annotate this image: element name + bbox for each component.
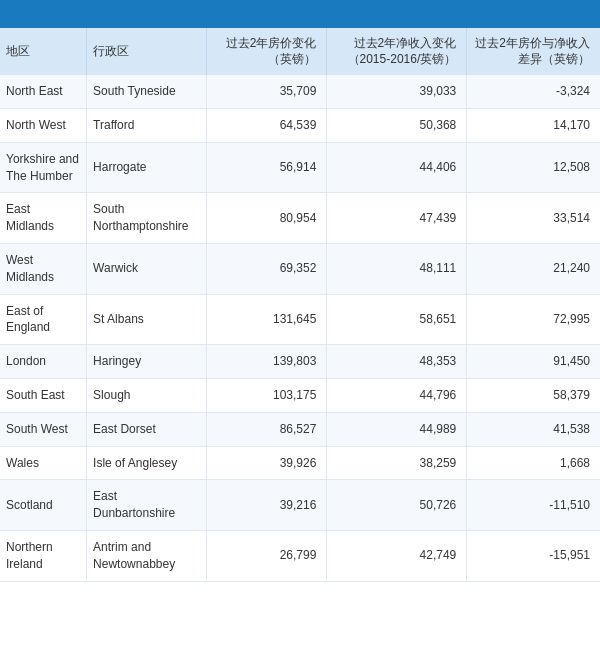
table-row: North EastSouth Tyneside35,70939,033-3,3… [0,75,600,108]
cell-region: South West [0,412,87,446]
header [0,0,600,28]
col-header-price_change: 过去2年房价变化（英镑） [207,28,327,75]
cell-admin: South Northamptonshire [87,193,207,244]
cell-admin: Trafford [87,108,207,142]
table-row: ScotlandEast Dunbartonshire39,21650,726-… [0,480,600,531]
cell-admin: South Tyneside [87,75,207,108]
cell-price_change: 103,175 [207,378,327,412]
cell-difference: 58,379 [467,378,600,412]
cell-region: West Midlands [0,243,87,294]
cell-admin: Warwick [87,243,207,294]
cell-income_change: 42,749 [327,530,467,581]
cell-admin: Harrogate [87,142,207,193]
cell-income_change: 44,796 [327,378,467,412]
table-row: Northern IrelandAntrim and Newtownabbey2… [0,530,600,581]
cell-region: South East [0,378,87,412]
col-header-admin: 行政区 [87,28,207,75]
table-row: East MidlandsSouth Northamptonshire80,95… [0,193,600,244]
cell-income_change: 44,989 [327,412,467,446]
cell-difference: 33,514 [467,193,600,244]
table-container: 地区行政区过去2年房价变化（英镑）过去2年净收入变化（2015-2016/英镑）… [0,28,600,582]
cell-income_change: 50,368 [327,108,467,142]
cell-income_change: 48,353 [327,345,467,379]
cell-income_change: 58,651 [327,294,467,345]
cell-region: Wales [0,446,87,480]
cell-difference: -11,510 [467,480,600,531]
cell-region: Yorkshire and The Humber [0,142,87,193]
cell-region: East Midlands [0,193,87,244]
cell-price_change: 139,803 [207,345,327,379]
cell-price_change: 64,539 [207,108,327,142]
data-table: 地区行政区过去2年房价变化（英镑）过去2年净收入变化（2015-2016/英镑）… [0,28,600,582]
cell-admin: East Dorset [87,412,207,446]
cell-region: Northern Ireland [0,530,87,581]
cell-admin: Isle of Anglesey [87,446,207,480]
table-row: South EastSlough103,17544,79658,379 [0,378,600,412]
cell-price_change: 131,645 [207,294,327,345]
table-row: WalesIsle of Anglesey39,92638,2591,668 [0,446,600,480]
cell-region: North West [0,108,87,142]
cell-price_change: 35,709 [207,75,327,108]
cell-admin: Antrim and Newtownabbey [87,530,207,581]
cell-income_change: 38,259 [327,446,467,480]
cell-admin: East Dunbartonshire [87,480,207,531]
cell-income_change: 44,406 [327,142,467,193]
cell-region: East of England [0,294,87,345]
cell-difference: 21,240 [467,243,600,294]
cell-admin: Slough [87,378,207,412]
cell-admin: St Albans [87,294,207,345]
cell-difference: 72,995 [467,294,600,345]
table-row: East of EnglandSt Albans131,64558,65172,… [0,294,600,345]
table-row: South WestEast Dorset86,52744,98941,538 [0,412,600,446]
cell-price_change: 69,352 [207,243,327,294]
cell-price_change: 80,954 [207,193,327,244]
cell-income_change: 47,439 [327,193,467,244]
table-row: Yorkshire and The HumberHarrogate56,9144… [0,142,600,193]
cell-difference: 14,170 [467,108,600,142]
cell-difference: -3,324 [467,75,600,108]
table-row: West MidlandsWarwick69,35248,11121,240 [0,243,600,294]
cell-price_change: 26,799 [207,530,327,581]
cell-price_change: 39,926 [207,446,327,480]
cell-income_change: 39,033 [327,75,467,108]
cell-price_change: 56,914 [207,142,327,193]
cell-region: London [0,345,87,379]
cell-difference: 91,450 [467,345,600,379]
cell-income_change: 48,111 [327,243,467,294]
cell-price_change: 39,216 [207,480,327,531]
table-header-row: 地区行政区过去2年房价变化（英镑）过去2年净收入变化（2015-2016/英镑）… [0,28,600,75]
cell-difference: 41,538 [467,412,600,446]
col-header-region: 地区 [0,28,87,75]
cell-price_change: 86,527 [207,412,327,446]
table-row: North WestTrafford64,53950,36814,170 [0,108,600,142]
col-header-income_change: 过去2年净收入变化（2015-2016/英镑） [327,28,467,75]
table-body: North EastSouth Tyneside35,70939,033-3,3… [0,75,600,581]
cell-difference: 1,668 [467,446,600,480]
table-row: LondonHaringey139,80348,35391,450 [0,345,600,379]
cell-admin: Haringey [87,345,207,379]
col-header-difference: 过去2年房价与净收入差异（英镑） [467,28,600,75]
cell-region: Scotland [0,480,87,531]
cell-region: North East [0,75,87,108]
cell-difference: 12,508 [467,142,600,193]
cell-difference: -15,951 [467,530,600,581]
cell-income_change: 50,726 [327,480,467,531]
